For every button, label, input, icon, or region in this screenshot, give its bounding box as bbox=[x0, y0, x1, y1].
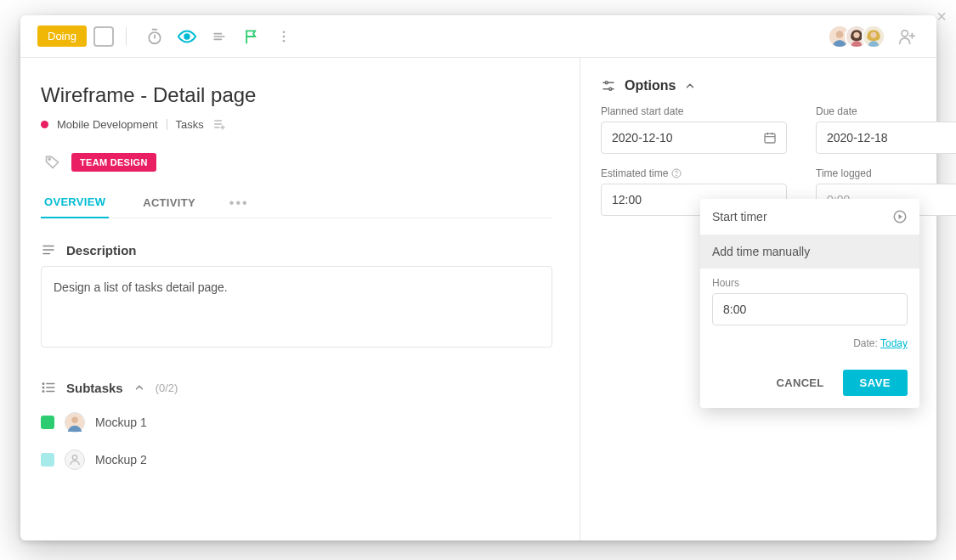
svg-point-10 bbox=[871, 31, 877, 37]
svg-point-11 bbox=[902, 30, 908, 36]
close-icon[interactable]: × bbox=[936, 7, 947, 26]
subtask-count: (0/2) bbox=[156, 382, 178, 394]
task-title: Wireframe - Detail page bbox=[41, 83, 552, 107]
hours-label: Hours bbox=[712, 277, 908, 289]
more-icon[interactable] bbox=[274, 27, 293, 46]
list-icon bbox=[41, 380, 56, 395]
task-modal: × Doing bbox=[20, 15, 936, 540]
svg-point-18 bbox=[72, 455, 76, 460]
svg-point-8 bbox=[853, 31, 859, 37]
hours-input[interactable] bbox=[712, 293, 908, 325]
subtask-status-color bbox=[41, 416, 54, 429]
date-row: Date: Today bbox=[712, 337, 908, 349]
chevron-up-icon[interactable] bbox=[133, 382, 145, 393]
reorder-icon[interactable] bbox=[210, 27, 229, 46]
status-badge[interactable]: Doing bbox=[37, 25, 87, 47]
breadcrumb: Mobile Development Tasks bbox=[41, 117, 552, 131]
start-timer-row[interactable]: Start timer bbox=[700, 199, 919, 235]
play-circle-icon[interactable] bbox=[892, 209, 908, 224]
modal-header: Doing bbox=[20, 15, 936, 58]
subtasks-heading: Subtasks bbox=[66, 381, 123, 395]
svg-point-1 bbox=[184, 34, 190, 39]
time-log-popover: Start timer Add time manually Hours Date… bbox=[700, 199, 919, 408]
tag-row: TEAM DESIGN bbox=[41, 153, 552, 172]
add-user-icon[interactable] bbox=[897, 27, 916, 46]
estimated-time-label: Estimated time bbox=[601, 167, 787, 179]
tag-icon[interactable] bbox=[44, 154, 61, 171]
add-time-manually-row[interactable]: Add time manually bbox=[700, 235, 919, 269]
complete-checkbox[interactable] bbox=[93, 26, 114, 47]
sliders-icon bbox=[601, 78, 616, 93]
subtask-avatar-empty[interactable] bbox=[65, 450, 85, 470]
time-logged-label: Time logged bbox=[816, 167, 956, 179]
subtasks-header: Subtasks (0/2) bbox=[41, 380, 552, 395]
stopwatch-icon[interactable] bbox=[145, 27, 164, 46]
description-header: Description bbox=[41, 242, 552, 257]
help-icon[interactable] bbox=[671, 168, 682, 178]
svg-point-13 bbox=[42, 383, 44, 385]
svg-point-15 bbox=[42, 391, 44, 393]
subtask-name: Mockup 2 bbox=[95, 453, 147, 467]
options-heading: Options bbox=[625, 78, 676, 93]
divider bbox=[126, 27, 127, 46]
tab-activity[interactable]: ACTIVITY bbox=[139, 188, 199, 218]
project-name[interactable]: Mobile Development bbox=[57, 118, 158, 131]
description-heading: Description bbox=[66, 243, 137, 257]
subtask-item[interactable]: Mockup 2 bbox=[41, 441, 552, 478]
project-color-dot bbox=[41, 121, 48, 128]
subtask-status-color bbox=[41, 453, 54, 467]
svg-point-4 bbox=[283, 39, 286, 42]
add-to-list-icon[interactable] bbox=[212, 117, 226, 131]
subtask-name: Mockup 1 bbox=[95, 416, 147, 429]
planned-start-label: Planned start date bbox=[601, 105, 787, 117]
svg-point-3 bbox=[283, 35, 286, 37]
calendar-icon[interactable] bbox=[762, 130, 778, 145]
subtask-item[interactable]: Mockup 1 bbox=[41, 404, 552, 441]
description-text[interactable]: Design a list of tasks detail page. bbox=[41, 266, 552, 348]
date-today-link[interactable]: Today bbox=[880, 337, 908, 349]
svg-point-24 bbox=[676, 175, 677, 176]
planned-start-input[interactable] bbox=[601, 122, 787, 154]
cancel-button[interactable]: CANCEL bbox=[772, 370, 829, 396]
svg-point-12 bbox=[48, 158, 50, 160]
svg-point-17 bbox=[71, 417, 77, 423]
eye-icon[interactable] bbox=[178, 27, 196, 46]
assignee-avatars bbox=[828, 25, 916, 48]
chevron-up-icon[interactable] bbox=[684, 80, 696, 92]
right-panel: Options Planned start date Due d bbox=[580, 58, 936, 540]
save-button[interactable]: SAVE bbox=[843, 370, 908, 396]
svg-rect-21 bbox=[765, 133, 775, 143]
svg-point-6 bbox=[836, 31, 844, 38]
tab-overview[interactable]: OVERVIEW bbox=[41, 187, 109, 218]
svg-point-14 bbox=[42, 387, 44, 388]
due-date-label: Due date bbox=[816, 105, 956, 117]
tab-more-icon[interactable]: ••• bbox=[229, 194, 249, 211]
tag-chip[interactable]: TEAM DESIGN bbox=[71, 153, 156, 172]
avatar[interactable] bbox=[862, 25, 885, 48]
field-due-date: Due date bbox=[816, 105, 956, 154]
section-name[interactable]: Tasks bbox=[176, 118, 204, 131]
flag-icon[interactable] bbox=[242, 27, 261, 46]
subtask-avatar[interactable] bbox=[65, 412, 85, 433]
due-date-input[interactable] bbox=[816, 122, 956, 154]
left-panel: Wireframe - Detail page Mobile Developme… bbox=[20, 58, 580, 540]
paragraph-icon bbox=[41, 242, 56, 257]
options-header: Options bbox=[601, 78, 916, 93]
tabs: OVERVIEW ACTIVITY ••• bbox=[41, 187, 552, 218]
svg-point-20 bbox=[609, 88, 612, 90]
svg-point-2 bbox=[283, 31, 286, 33]
field-planned-start: Planned start date bbox=[601, 105, 787, 154]
svg-point-19 bbox=[605, 82, 608, 84]
